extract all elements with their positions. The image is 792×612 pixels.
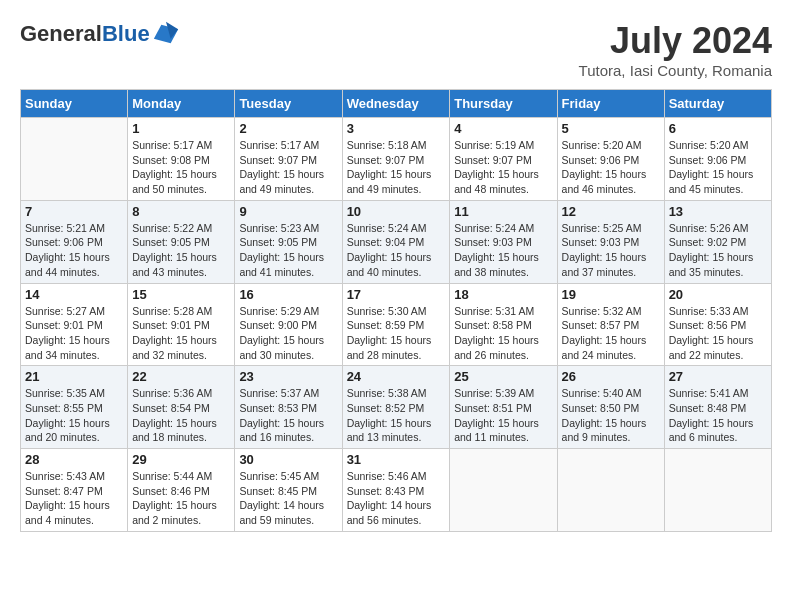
table-row: 20Sunrise: 5:33 AM Sunset: 8:56 PM Dayli… xyxy=(664,283,771,366)
day-info: Sunrise: 5:26 AM Sunset: 9:02 PM Dayligh… xyxy=(669,221,767,280)
day-info: Sunrise: 5:20 AM Sunset: 9:06 PM Dayligh… xyxy=(562,138,660,197)
table-row: 7Sunrise: 5:21 AM Sunset: 9:06 PM Daylig… xyxy=(21,200,128,283)
title-area: July 2024 Tutora, Iasi County, Romania xyxy=(579,20,772,79)
table-row: 22Sunrise: 5:36 AM Sunset: 8:54 PM Dayli… xyxy=(128,366,235,449)
table-row: 23Sunrise: 5:37 AM Sunset: 8:53 PM Dayli… xyxy=(235,366,342,449)
logo-blue-text: Blue xyxy=(102,21,150,46)
table-row: 31Sunrise: 5:46 AM Sunset: 8:43 PM Dayli… xyxy=(342,449,450,532)
table-row: 4Sunrise: 5:19 AM Sunset: 9:07 PM Daylig… xyxy=(450,118,557,201)
day-number: 19 xyxy=(562,287,660,302)
table-row: 6Sunrise: 5:20 AM Sunset: 9:06 PM Daylig… xyxy=(664,118,771,201)
table-row: 24Sunrise: 5:38 AM Sunset: 8:52 PM Dayli… xyxy=(342,366,450,449)
table-row: 21Sunrise: 5:35 AM Sunset: 8:55 PM Dayli… xyxy=(21,366,128,449)
table-row: 9Sunrise: 5:23 AM Sunset: 9:05 PM Daylig… xyxy=(235,200,342,283)
table-row xyxy=(21,118,128,201)
day-number: 26 xyxy=(562,369,660,384)
day-number: 15 xyxy=(132,287,230,302)
day-number: 18 xyxy=(454,287,552,302)
table-row: 16Sunrise: 5:29 AM Sunset: 9:00 PM Dayli… xyxy=(235,283,342,366)
day-number: 17 xyxy=(347,287,446,302)
table-row: 17Sunrise: 5:30 AM Sunset: 8:59 PM Dayli… xyxy=(342,283,450,366)
logo: GeneralBlue xyxy=(20,20,180,48)
day-info: Sunrise: 5:22 AM Sunset: 9:05 PM Dayligh… xyxy=(132,221,230,280)
day-info: Sunrise: 5:27 AM Sunset: 9:01 PM Dayligh… xyxy=(25,304,123,363)
header-sunday: Sunday xyxy=(21,90,128,118)
calendar-week-row: 21Sunrise: 5:35 AM Sunset: 8:55 PM Dayli… xyxy=(21,366,772,449)
day-info: Sunrise: 5:23 AM Sunset: 9:05 PM Dayligh… xyxy=(239,221,337,280)
table-row: 18Sunrise: 5:31 AM Sunset: 8:58 PM Dayli… xyxy=(450,283,557,366)
day-info: Sunrise: 5:25 AM Sunset: 9:03 PM Dayligh… xyxy=(562,221,660,280)
day-info: Sunrise: 5:19 AM Sunset: 9:07 PM Dayligh… xyxy=(454,138,552,197)
table-row: 8Sunrise: 5:22 AM Sunset: 9:05 PM Daylig… xyxy=(128,200,235,283)
day-info: Sunrise: 5:38 AM Sunset: 8:52 PM Dayligh… xyxy=(347,386,446,445)
day-info: Sunrise: 5:30 AM Sunset: 8:59 PM Dayligh… xyxy=(347,304,446,363)
day-number: 1 xyxy=(132,121,230,136)
day-info: Sunrise: 5:40 AM Sunset: 8:50 PM Dayligh… xyxy=(562,386,660,445)
table-row: 25Sunrise: 5:39 AM Sunset: 8:51 PM Dayli… xyxy=(450,366,557,449)
table-row: 29Sunrise: 5:44 AM Sunset: 8:46 PM Dayli… xyxy=(128,449,235,532)
day-info: Sunrise: 5:28 AM Sunset: 9:01 PM Dayligh… xyxy=(132,304,230,363)
table-row: 11Sunrise: 5:24 AM Sunset: 9:03 PM Dayli… xyxy=(450,200,557,283)
day-number: 5 xyxy=(562,121,660,136)
calendar-week-row: 28Sunrise: 5:43 AM Sunset: 8:47 PM Dayli… xyxy=(21,449,772,532)
day-info: Sunrise: 5:17 AM Sunset: 9:08 PM Dayligh… xyxy=(132,138,230,197)
day-number: 22 xyxy=(132,369,230,384)
table-row: 14Sunrise: 5:27 AM Sunset: 9:01 PM Dayli… xyxy=(21,283,128,366)
header-thursday: Thursday xyxy=(450,90,557,118)
calendar-table: Sunday Monday Tuesday Wednesday Thursday… xyxy=(20,89,772,532)
day-number: 16 xyxy=(239,287,337,302)
table-row: 2Sunrise: 5:17 AM Sunset: 9:07 PM Daylig… xyxy=(235,118,342,201)
table-row xyxy=(557,449,664,532)
table-row: 12Sunrise: 5:25 AM Sunset: 9:03 PM Dayli… xyxy=(557,200,664,283)
header-friday: Friday xyxy=(557,90,664,118)
day-number: 13 xyxy=(669,204,767,219)
day-info: Sunrise: 5:37 AM Sunset: 8:53 PM Dayligh… xyxy=(239,386,337,445)
day-number: 29 xyxy=(132,452,230,467)
day-info: Sunrise: 5:46 AM Sunset: 8:43 PM Dayligh… xyxy=(347,469,446,528)
table-row xyxy=(450,449,557,532)
day-number: 10 xyxy=(347,204,446,219)
month-year: July 2024 xyxy=(579,20,772,62)
day-number: 25 xyxy=(454,369,552,384)
day-number: 3 xyxy=(347,121,446,136)
day-number: 28 xyxy=(25,452,123,467)
table-row: 10Sunrise: 5:24 AM Sunset: 9:04 PM Dayli… xyxy=(342,200,450,283)
day-info: Sunrise: 5:31 AM Sunset: 8:58 PM Dayligh… xyxy=(454,304,552,363)
day-info: Sunrise: 5:41 AM Sunset: 8:48 PM Dayligh… xyxy=(669,386,767,445)
header-saturday: Saturday xyxy=(664,90,771,118)
table-row xyxy=(664,449,771,532)
table-row: 3Sunrise: 5:18 AM Sunset: 9:07 PM Daylig… xyxy=(342,118,450,201)
day-number: 4 xyxy=(454,121,552,136)
header-tuesday: Tuesday xyxy=(235,90,342,118)
day-number: 2 xyxy=(239,121,337,136)
day-info: Sunrise: 5:24 AM Sunset: 9:03 PM Dayligh… xyxy=(454,221,552,280)
logo-general-text: General xyxy=(20,21,102,46)
day-number: 9 xyxy=(239,204,337,219)
day-number: 11 xyxy=(454,204,552,219)
day-number: 12 xyxy=(562,204,660,219)
calendar-week-row: 14Sunrise: 5:27 AM Sunset: 9:01 PM Dayli… xyxy=(21,283,772,366)
day-number: 30 xyxy=(239,452,337,467)
day-number: 7 xyxy=(25,204,123,219)
day-info: Sunrise: 5:24 AM Sunset: 9:04 PM Dayligh… xyxy=(347,221,446,280)
day-number: 27 xyxy=(669,369,767,384)
day-number: 14 xyxy=(25,287,123,302)
table-row: 13Sunrise: 5:26 AM Sunset: 9:02 PM Dayli… xyxy=(664,200,771,283)
day-info: Sunrise: 5:29 AM Sunset: 9:00 PM Dayligh… xyxy=(239,304,337,363)
day-info: Sunrise: 5:36 AM Sunset: 8:54 PM Dayligh… xyxy=(132,386,230,445)
day-number: 24 xyxy=(347,369,446,384)
table-row: 5Sunrise: 5:20 AM Sunset: 9:06 PM Daylig… xyxy=(557,118,664,201)
day-number: 21 xyxy=(25,369,123,384)
table-row: 28Sunrise: 5:43 AM Sunset: 8:47 PM Dayli… xyxy=(21,449,128,532)
table-row: 1Sunrise: 5:17 AM Sunset: 9:08 PM Daylig… xyxy=(128,118,235,201)
day-number: 6 xyxy=(669,121,767,136)
table-row: 15Sunrise: 5:28 AM Sunset: 9:01 PM Dayli… xyxy=(128,283,235,366)
day-info: Sunrise: 5:39 AM Sunset: 8:51 PM Dayligh… xyxy=(454,386,552,445)
table-row: 30Sunrise: 5:45 AM Sunset: 8:45 PM Dayli… xyxy=(235,449,342,532)
day-info: Sunrise: 5:45 AM Sunset: 8:45 PM Dayligh… xyxy=(239,469,337,528)
day-info: Sunrise: 5:18 AM Sunset: 9:07 PM Dayligh… xyxy=(347,138,446,197)
table-row: 19Sunrise: 5:32 AM Sunset: 8:57 PM Dayli… xyxy=(557,283,664,366)
day-number: 8 xyxy=(132,204,230,219)
day-info: Sunrise: 5:32 AM Sunset: 8:57 PM Dayligh… xyxy=(562,304,660,363)
day-number: 23 xyxy=(239,369,337,384)
